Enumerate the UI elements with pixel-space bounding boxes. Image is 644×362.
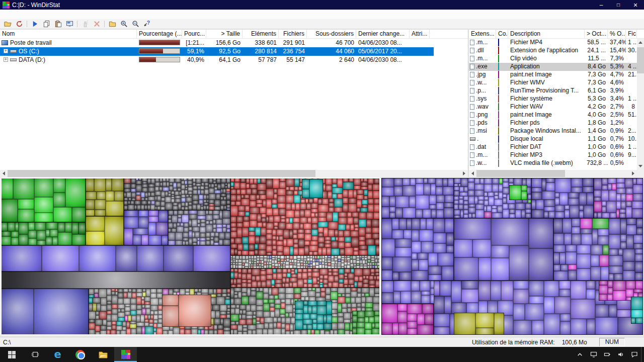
vertical-scrollbar[interactable] <box>637 39 644 170</box>
paste-button[interactable] <box>52 20 63 29</box>
extension-row[interactable]: .w... VLC media file (.webm) 732,8 ... 0… <box>469 159 637 167</box>
scroll-up-button[interactable] <box>637 39 644 46</box>
scroll-right-button[interactable] <box>460 170 468 177</box>
minimize-button[interactable]: – <box>593 0 610 10</box>
extension-row[interactable]: .exe Application 8,4 Go 5,3% 4 ... <box>469 63 637 71</box>
column-header-dernier-changement[interactable]: Dernier change... <box>356 30 410 38</box>
extension-row[interactable]: .w... Fichier WMV 7,3 Go 4,6% <box>469 79 637 87</box>
zoom-in-button[interactable] <box>118 20 129 29</box>
extension-row[interactable]: .dll Extension de l'application 24,1 ...… <box>469 47 637 55</box>
column-header-nom[interactable]: Nom <box>0 30 137 38</box>
task-view-button[interactable] <box>24 347 46 362</box>
taskbar-app-chrome[interactable] <box>69 347 92 362</box>
color-swatch <box>498 119 499 127</box>
column-header-description[interactable]: Description <box>508 30 585 38</box>
extension-name: .png <box>476 111 488 119</box>
show-in-explorer-button[interactable] <box>64 20 75 29</box>
taskbar-app-edge[interactable]: e <box>46 347 69 362</box>
cell-pourcent: 0,7% <box>608 135 626 143</box>
extension-row[interactable]: .jpg paint.net Image 7,3 Go 4,7% 21... <box>469 71 637 79</box>
cell-pourcent: 0,9% <box>608 127 626 135</box>
extension-row[interactable]: .sys Fichier système 5,3 Go 3,4% 1 ... <box>469 95 637 103</box>
column-header-elements[interactable]: Eléments <box>243 30 279 38</box>
column-header-octets[interactable]: > Oct... <box>585 30 608 38</box>
maximize-button[interactable]: □ <box>610 0 627 10</box>
scrollbar-thumb[interactable] <box>8 170 315 177</box>
cleanup-spray-button[interactable] <box>79 20 91 29</box>
help-button[interactable]: ? <box>141 20 152 29</box>
delete-button[interactable] <box>91 20 102 29</box>
zoom-out-button[interactable] <box>130 20 141 29</box>
cell-fichiers: 30... <box>626 47 637 55</box>
task-view-icon <box>31 350 39 358</box>
cell-octets: 7,3 Go <box>585 71 608 79</box>
start-button[interactable] <box>0 347 24 362</box>
scrollbar-thumb[interactable] <box>637 47 644 73</box>
treemap-canvas[interactable] <box>0 177 644 337</box>
scroll-left-button[interactable] <box>469 170 476 177</box>
expander-icon[interactable]: + <box>4 49 8 53</box>
percentage-bar <box>139 48 180 54</box>
expander-icon[interactable]: + <box>4 57 8 62</box>
extension-name: .dll <box>476 47 484 55</box>
extension-row[interactable]: .m... Clip vidéo 11,5 ... 7,3% <box>469 55 637 63</box>
extension-row[interactable]: .dat Fichier DAT 1,0 Go 0,6% 1 ... <box>469 143 637 151</box>
toolbar-separator <box>27 21 27 27</box>
column-header-sous-dossiers[interactable]: Sous-dossiers <box>307 30 356 38</box>
cell-fichiers <box>626 55 637 63</box>
cell-octets: 1,4 Go <box>585 127 608 135</box>
taskbar-app-explorer[interactable] <box>92 347 114 362</box>
extension-row[interactable]: .p... RunTime Provisioning T... 6,1 Go 3… <box>469 87 637 95</box>
column-header-pourcent-octets[interactable]: % O... <box>608 30 626 38</box>
tree-row[interactable]: + OS (C:) 59,1% 92,5 Go 280 814 236 754 … <box>0 47 434 56</box>
extension-row[interactable]: .pds Fichier pds 1,8 Go 1,2% <box>469 119 637 127</box>
tray-chat-icon[interactable] <box>627 347 641 362</box>
extension-row[interactable]: .wav Fichier WAV 4,2 Go 2,7% 8 <box>469 103 637 111</box>
resume-button[interactable] <box>29 20 40 29</box>
color-swatch <box>498 87 499 95</box>
extension-row[interactable]: .png paint.net Image 4,0 Go 2,5% 51... <box>469 111 637 119</box>
cell-sous-dossiers: 46 700 <box>307 39 356 47</box>
cell-description: Application <box>508 63 585 71</box>
extension-row[interactable]: .msi Package Windows Instal... 1,4 Go 0,… <box>469 127 637 135</box>
scroll-down-button[interactable] <box>637 162 644 170</box>
column-header-taille[interactable]: > Taille <box>206 30 243 38</box>
extension-row[interactable]: . Disque local 1,1 Go 0,7% 10... <box>469 135 637 143</box>
extension-row[interactable]: .m... Fichier MP3 1,0 Go 0,6% 9... <box>469 151 637 159</box>
tray-chevron-up-icon[interactable] <box>573 347 587 362</box>
scroll-left-button[interactable] <box>0 170 8 177</box>
tray-battery-icon[interactable] <box>600 347 614 362</box>
horizontal-scrollbar[interactable] <box>469 170 637 177</box>
cell-octets: 4,0 Go <box>585 111 608 119</box>
column-header-extension[interactable]: Extens... <box>469 30 496 38</box>
edge-icon: e <box>54 349 61 360</box>
column-header-pourc[interactable]: Pourc... <box>182 30 206 38</box>
item-name: DATA (D:) <box>19 56 45 64</box>
close-button[interactable]: × <box>627 0 644 10</box>
tree-row[interactable]: + DATA (D:) 40,9% 64,1 Go 57 787 55 147 … <box>0 56 434 64</box>
scrollbar-thumb[interactable] <box>476 170 565 177</box>
column-header-attributs[interactable]: Attri... <box>410 30 430 38</box>
column-header-fichiers[interactable]: Fic... <box>626 30 637 38</box>
color-swatch <box>498 39 499 46</box>
cell-description: Fichier DAT <box>508 143 585 151</box>
tree-rows: Poste de travail [1:21... 156,6 Go 338 6… <box>0 39 434 64</box>
column-header-fichiers[interactable]: Fichiers <box>279 30 307 38</box>
open-item-button[interactable] <box>107 20 118 29</box>
scroll-right-button[interactable] <box>629 170 637 177</box>
tree-row[interactable]: Poste de travail [1:21... 156,6 Go 338 6… <box>0 39 434 47</box>
color-swatch <box>498 71 499 78</box>
file-type-icon <box>470 80 474 85</box>
copy-button[interactable] <box>41 20 52 29</box>
refresh-button[interactable] <box>14 20 25 29</box>
column-header-pourcentage[interactable]: Pourcentage (... <box>137 30 182 38</box>
horizontal-scrollbar[interactable] <box>0 170 468 177</box>
show-desktop-button[interactable] <box>641 347 644 362</box>
taskbar-app-windirstat[interactable] <box>114 347 137 362</box>
column-header-couleur[interactable]: Co... <box>496 30 508 38</box>
tray-network-icon[interactable] <box>587 347 600 362</box>
tray-volume-icon[interactable] <box>614 347 627 362</box>
open-folder-button[interactable] <box>2 20 13 29</box>
cell-pourcent: 3,9% <box>608 87 626 95</box>
extension-row[interactable]: .m... Fichier MP4 58,5 ... 37,4% 1 ... <box>469 39 637 47</box>
